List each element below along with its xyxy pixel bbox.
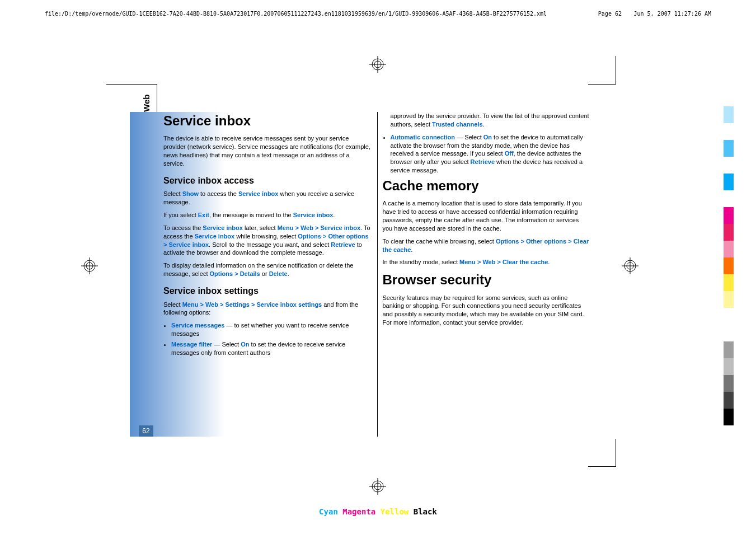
content-area: Web 62 Service inbox The device is able … [158,112,596,437]
heading-service-inbox-settings: Service inbox settings [163,285,372,297]
link-options[interactable]: Options [298,233,321,240]
options-list: Service messages — to set whether you wa… [163,321,372,357]
link-retrieve[interactable]: Retrieve [331,241,355,248]
link-exit[interactable]: Exit [198,212,209,218]
link-service-inbox-settings[interactable]: Service inbox settings [256,301,322,308]
cyan-label: Cyan [319,507,338,516]
options-list: Automatic connection — Select On to set … [383,133,591,175]
link-menu[interactable]: Menu [182,301,199,308]
registration-mark-left [81,257,98,274]
link-automatic-connection[interactable]: Automatic connection [391,134,456,140]
paragraph: The device is able to receive service me… [163,134,372,167]
link-on[interactable]: On [241,341,249,348]
heading-service-inbox: Service inbox [163,112,372,130]
link-delete[interactable]: Delete [269,270,288,277]
link-service-inbox[interactable]: Service inbox [321,224,361,231]
paragraph: A cache is a memory location that is use… [383,199,591,232]
list-item: Automatic connection — Select On to set … [391,133,591,175]
yellow-label: Yellow [381,507,409,516]
link-message-filter[interactable]: Message filter [171,341,212,348]
header-date: Jun 5, 2007 11:27:26 AM [634,10,711,18]
link-details[interactable]: Details [240,270,260,277]
link-retrieve[interactable]: Retrieve [471,158,495,165]
link-service-inbox[interactable]: Service inbox [293,212,334,218]
paragraph: In the standby mode, select Menu > Web >… [383,258,591,266]
link-service-inbox[interactable]: Service inbox [195,233,235,240]
link-web[interactable]: Web [205,301,218,308]
heading-browser-security: Browser security [383,271,591,289]
link-other-options[interactable]: Other options [328,233,368,240]
crop-mark [616,439,616,467]
link-options[interactable]: Options [210,270,233,277]
heading-cache-memory: Cache memory [383,177,591,195]
registration-mark-top [369,56,386,73]
list-item: Message filter — Select On to set the de… [171,340,372,357]
header-path: file:/D:/temp/overmode/GUID-1CEEB162-7A2… [45,10,547,18]
registration-mark-right [622,257,638,274]
crop-mark [588,466,616,467]
side-label: Web [141,95,152,112]
list-item: Service messages — to set whether you wa… [171,321,372,338]
link-menu[interactable]: Menu [278,224,294,231]
registration-mark-bottom [369,478,386,495]
color-calibration-bar [724,106,734,425]
header-page: Page 62 [598,10,622,18]
link-other-options[interactable]: Other options [526,238,566,245]
link-settings[interactable]: Settings [226,301,250,308]
page-number: 62 [139,425,153,437]
link-menu[interactable]: Menu [459,259,476,265]
paragraph: Select Menu > Web > Settings > Service i… [163,301,372,317]
crop-mark [588,84,616,85]
heading-service-inbox-access: Service inbox access [163,175,372,187]
column-right: approved by the service provider. To vie… [377,112,597,437]
link-trusted-channels[interactable]: Trusted channels [432,121,482,128]
link-service-inbox[interactable]: Service inbox [238,190,279,197]
link-options[interactable]: Options [496,238,519,245]
paragraph: If you select Exit, the message is moved… [163,211,372,219]
column-left: Service inbox The device is able to rece… [158,112,377,437]
crop-mark [616,56,616,84]
link-on[interactable]: On [483,134,492,140]
magenta-label: Magenta [342,507,375,516]
paragraph: Select Show to access the Service inbox … [163,190,372,207]
paragraph: To clear the cache while browsing, selec… [383,237,591,254]
link-service-inbox[interactable]: Service inbox [203,224,243,231]
page: file:/D:/temp/overmode/GUID-1CEEB162-7A2… [0,0,756,534]
paragraph: approved by the service provider. To vie… [391,112,591,129]
paragraph: To display detailed information on the s… [163,261,372,278]
crop-mark [157,84,157,112]
link-web[interactable]: Web [300,224,313,231]
crop-mark [106,84,157,85]
footer-color-names: Cyan Magenta Yellow Black [319,507,437,517]
link-show[interactable]: Show [182,190,199,197]
link-service-messages[interactable]: Service messages [171,322,224,329]
link-web[interactable]: Web [482,259,495,265]
link-off[interactable]: Off [505,150,514,157]
paragraph: Security features may be required for so… [383,294,591,327]
black-label: Black [414,507,437,516]
link-service-inbox[interactable]: Service inbox [168,241,209,248]
link-clear-cache[interactable]: Clear the cache [503,259,548,265]
paragraph: To access the Service inbox later, selec… [163,224,372,257]
